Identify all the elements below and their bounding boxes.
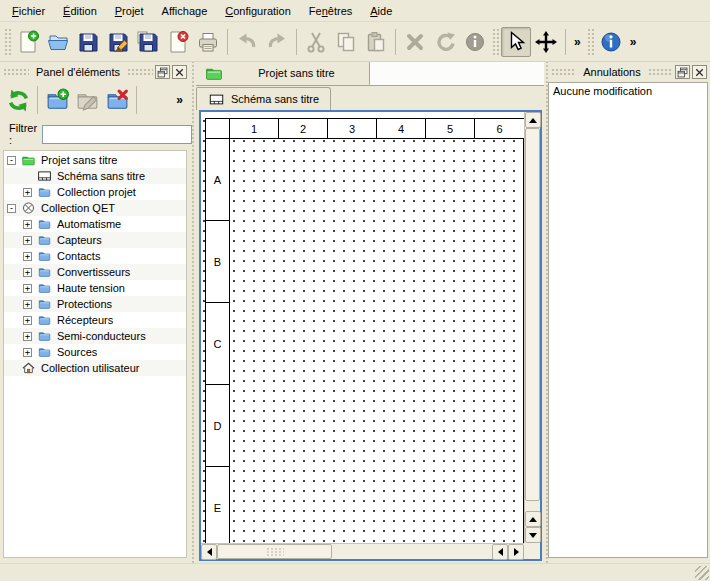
toolbar-drag-handle[interactable] — [4, 28, 11, 56]
scroll-left-button-2[interactable] — [492, 544, 508, 560]
tree-expander-toggle[interactable]: + — [23, 188, 32, 197]
scroll-up-button[interactable] — [525, 112, 541, 128]
new-category-button[interactable] — [42, 85, 72, 115]
tree-expander-toggle[interactable]: + — [23, 316, 32, 325]
tree-expander-toggle[interactable]: + — [23, 252, 32, 261]
tree-item[interactable]: Collection utilisateur — [4, 360, 186, 376]
element-info-button[interactable] — [460, 27, 490, 57]
tree-item[interactable]: +Contacts — [4, 248, 186, 264]
panel-overflow-button[interactable]: » — [172, 93, 187, 107]
edit-category-button[interactable] — [72, 85, 102, 115]
reload-collections-button[interactable] — [3, 85, 33, 115]
rotate-button[interactable] — [430, 27, 460, 57]
tree-expander-toggle[interactable]: + — [23, 348, 32, 357]
new-document-icon — [21, 31, 39, 52]
delete-category-button[interactable] — [102, 85, 132, 115]
float-panel-button[interactable] — [675, 65, 690, 79]
pan-mode-button[interactable] — [531, 27, 561, 57]
folder-blue-icon — [37, 297, 52, 311]
tree-item[interactable]: -Collection QET — [4, 200, 186, 216]
project-tab[interactable]: Projet sans titre — [196, 62, 370, 85]
close-file-icon — [171, 31, 188, 52]
save-all-button[interactable] — [133, 27, 163, 57]
tree-expander-toggle[interactable]: - — [7, 156, 16, 165]
diagram-canvas[interactable]: 1 2 3 4 5 6 A B C D — [201, 112, 524, 543]
horizontal-scrollbar[interactable] — [201, 543, 524, 559]
undo-button[interactable] — [232, 27, 262, 57]
tree-item-label: Contacts — [57, 250, 100, 262]
float-panel-button[interactable] — [155, 65, 170, 79]
scroll-up-button-2[interactable] — [525, 511, 541, 527]
delete-button[interactable] — [400, 27, 430, 57]
diagram-paper: 1 2 3 4 5 6 A B C D — [205, 118, 524, 543]
tree-item[interactable]: +Capteurs — [4, 232, 186, 248]
select-mode-button[interactable] — [501, 27, 531, 57]
reload-icon — [10, 89, 26, 111]
tree-item[interactable]: +Collection projet — [4, 184, 186, 200]
vertical-scroll-thumb[interactable] — [525, 128, 540, 501]
toolbar-drag-handle[interactable] — [587, 28, 594, 56]
delete-folder-icon — [108, 91, 127, 108]
scroll-left-button[interactable] — [201, 544, 217, 560]
tree-item[interactable]: +Protections — [4, 296, 186, 312]
menu-fenetres[interactable]: Fenêtres — [300, 2, 361, 20]
menu-affichage[interactable]: Affichage — [153, 2, 217, 20]
toolbar-overflow-button[interactable]: » — [570, 35, 585, 49]
tree-item[interactable]: -Projet sans titre — [4, 152, 186, 168]
open-project-button[interactable] — [43, 27, 73, 57]
tree-expander-toggle[interactable]: - — [7, 204, 16, 213]
tree-item[interactable]: +Haute tension — [4, 280, 186, 296]
close-panel-button[interactable] — [692, 65, 707, 79]
tree-item[interactable]: +Convertisseurs — [4, 264, 186, 280]
cut-button[interactable] — [301, 27, 331, 57]
elements-panel-header[interactable]: Panel d'éléments — [0, 62, 190, 80]
tree-item[interactable]: +Récepteurs — [4, 312, 186, 328]
scrollbar-corner — [524, 543, 540, 559]
toolbar-overflow-button-2[interactable]: » — [626, 35, 641, 49]
save-as-button[interactable] — [103, 27, 133, 57]
tree-item[interactable]: +Sources — [4, 344, 186, 360]
schema-tab[interactable]: Schéma sans titre — [196, 87, 331, 110]
menu-projet[interactable]: Projet — [106, 2, 153, 20]
vertical-scrollbar[interactable] — [524, 112, 540, 543]
rotate-icon — [439, 32, 455, 49]
scroll-down-button[interactable] — [525, 527, 541, 543]
redo-button[interactable] — [262, 27, 292, 57]
new-document-button[interactable] — [13, 27, 43, 57]
scroll-right-button[interactable] — [508, 544, 524, 560]
save-button[interactable] — [73, 27, 103, 57]
schema-sheet-icon — [208, 92, 225, 107]
toolbar-drag-handle[interactable] — [492, 28, 499, 56]
tree-expander-toggle[interactable]: + — [23, 284, 32, 293]
close-file-button[interactable] — [163, 27, 193, 57]
menu-configuration[interactable]: Configuration — [216, 2, 300, 20]
undo-panel-header[interactable]: Annulations — [548, 62, 710, 80]
copy-button[interactable] — [331, 27, 361, 57]
menu-edition[interactable]: Édition — [54, 2, 106, 20]
undo-list-item[interactable]: Aucune modification — [549, 83, 707, 99]
menu-fichier[interactable]: Fichier — [3, 2, 54, 20]
tree-expander-toggle[interactable]: + — [23, 236, 32, 245]
tree-expander-toggle[interactable]: + — [23, 332, 32, 341]
tree-item[interactable]: +Semi-conducteurs — [4, 328, 186, 344]
collections-tree: -Projet sans titreSchéma sans titre+Coll… — [3, 150, 187, 558]
left-arrow-icon — [207, 548, 212, 556]
filter-input[interactable] — [42, 125, 192, 144]
tree-item[interactable]: +Automatisme — [4, 216, 186, 232]
tree-item[interactable]: Schéma sans titre — [4, 168, 186, 184]
row-ruler: A B C D E — [206, 139, 230, 543]
window-resize-grip[interactable] — [695, 566, 709, 580]
undo-history-list[interactable]: Aucune modification — [548, 82, 708, 558]
tree-expander-toggle[interactable]: + — [23, 220, 32, 229]
tree-expander-toggle[interactable]: + — [23, 300, 32, 309]
print-button[interactable] — [193, 27, 223, 57]
menu-aide[interactable]: Aide — [361, 2, 401, 20]
tree-expander-toggle[interactable]: + — [23, 268, 32, 277]
copy-icon — [339, 33, 354, 50]
filter-row: Filtrer : — [0, 120, 190, 148]
horizontal-scroll-thumb[interactable] — [217, 544, 332, 559]
paste-button[interactable] — [361, 27, 391, 57]
close-panel-button[interactable] — [172, 65, 187, 79]
toolbar-separator — [37, 86, 38, 114]
about-button[interactable] — [596, 27, 626, 57]
